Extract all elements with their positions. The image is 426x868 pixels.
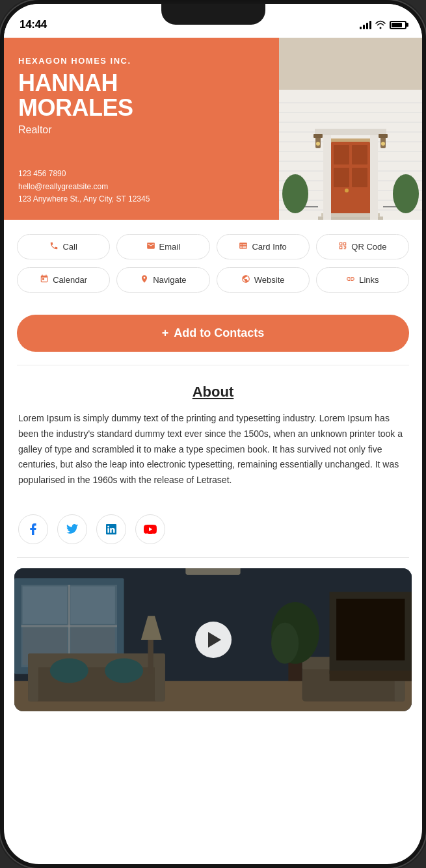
hero-image (279, 38, 422, 220)
add-to-contacts-button[interactable]: + Add to Contacts (17, 315, 409, 352)
hero-top: HEXAGON HOMES INC. HANNAHMORALES Realtor (18, 56, 265, 136)
svg-rect-19 (352, 168, 367, 187)
svg-rect-23 (323, 132, 331, 220)
about-text: Lorem Ipsum is simply dummy text of the … (18, 411, 408, 488)
links-label: Links (359, 275, 379, 285)
qr-code-icon (338, 241, 347, 252)
calendar-button[interactable]: Calendar (17, 267, 110, 293)
linkedin-button[interactable] (96, 514, 126, 544)
actions-section: Call Email Card Info (4, 220, 422, 307)
email-button[interactable]: Email (116, 234, 209, 259)
person-title: Realtor (18, 124, 265, 136)
add-contacts-section: + Add to Contacts (4, 307, 422, 365)
hero-email: hello@reallygreatsite.com (18, 181, 265, 193)
navigate-button[interactable]: Navigate (116, 267, 209, 293)
about-section: About Lorem Ipsum is simply dummy text o… (4, 365, 422, 501)
card-info-label: Card Info (252, 242, 286, 252)
links-button[interactable]: Links (316, 267, 409, 293)
email-icon (146, 241, 155, 252)
phone-screen: 14:44 (4, 4, 422, 864)
svg-rect-30 (379, 134, 388, 138)
svg-rect-18 (334, 168, 349, 187)
person-name: HANNAHMORALES (18, 71, 265, 120)
video-section (14, 568, 412, 711)
plus-icon: + (162, 326, 169, 340)
qr-code-label: QR Code (351, 242, 386, 252)
battery-icon (390, 21, 406, 29)
play-triangle-icon (208, 632, 221, 648)
website-label: Website (254, 275, 285, 285)
svg-rect-24 (370, 132, 378, 220)
website-icon (241, 274, 250, 285)
calendar-label: Calendar (53, 275, 87, 285)
status-time: 14:44 (20, 18, 47, 31)
notch (161, 4, 265, 25)
actions-row-1: Call Email Card Info (17, 234, 409, 259)
svg-point-28 (316, 142, 320, 146)
links-icon (346, 274, 355, 285)
navigate-label: Navigate (153, 275, 186, 285)
hero-address: 123 Anywhere St., Any City, ST 12345 (18, 193, 265, 205)
call-button[interactable]: Call (17, 234, 110, 259)
status-bar: 14:44 (4, 4, 422, 38)
calendar-icon (40, 274, 49, 285)
social-section (4, 501, 422, 557)
actions-row-2: Calendar Navigate Website (17, 267, 409, 293)
svg-point-20 (345, 189, 349, 192)
qr-code-button[interactable]: QR Code (316, 234, 409, 259)
screen-content[interactable]: HEXAGON HOMES INC. HANNAHMORALES Realtor… (4, 38, 422, 864)
svg-point-31 (381, 142, 385, 146)
call-label: Call (62, 242, 77, 252)
hero-card: HEXAGON HOMES INC. HANNAHMORALES Realtor… (4, 38, 422, 220)
navigate-icon (140, 274, 149, 285)
twitter-button[interactable] (57, 514, 87, 544)
phone-frame: 14:44 (0, 0, 426, 868)
card-info-button[interactable]: Card Info (217, 234, 310, 259)
svg-rect-27 (313, 134, 323, 138)
svg-point-34 (282, 174, 308, 213)
hero-left: HEXAGON HOMES INC. HANNAHMORALES Realtor… (4, 38, 279, 220)
call-icon (49, 241, 59, 252)
video-overlay (14, 568, 412, 711)
svg-point-35 (393, 174, 419, 213)
wifi-icon (375, 20, 386, 29)
youtube-button[interactable] (135, 514, 165, 544)
divider-2 (17, 557, 409, 558)
company-name: HEXAGON HOMES INC. (18, 56, 265, 66)
email-label: Email (159, 242, 181, 252)
add-contacts-label: Add to Contacts (174, 326, 264, 340)
card-info-icon (239, 241, 248, 252)
svg-rect-25 (315, 129, 386, 135)
status-icons (360, 20, 406, 29)
play-button[interactable] (195, 622, 232, 658)
hero-phone: 123 456 7890 (18, 168, 265, 180)
contact-info: 123 456 7890 hello@reallygreatsite.com 1… (18, 168, 265, 205)
svg-rect-16 (334, 145, 349, 164)
svg-rect-17 (352, 145, 367, 164)
website-button[interactable]: Website (217, 267, 310, 293)
facebook-button[interactable] (18, 514, 48, 544)
about-title: About (18, 384, 408, 401)
signal-bars-icon (360, 20, 371, 29)
